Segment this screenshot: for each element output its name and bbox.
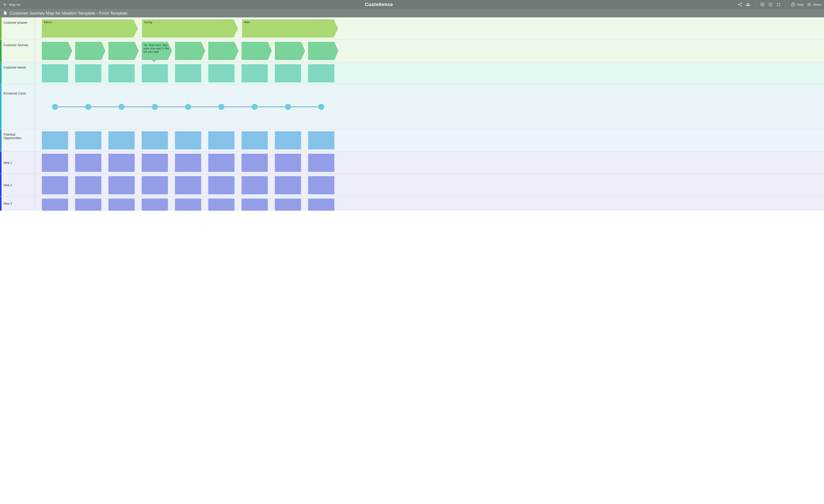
journey-step-card[interactable] (308, 42, 338, 60)
emotion-point[interactable] (318, 104, 324, 110)
idea-card[interactable] (75, 154, 101, 172)
idea-card[interactable] (75, 199, 101, 211)
customer-need-card[interactable] (241, 64, 268, 83)
opportunity-card[interactable] (42, 131, 68, 149)
journey-step-card[interactable] (241, 42, 272, 60)
journey-step-card[interactable]: Tip: Start here, then work your way to t… (142, 42, 172, 60)
lane-customer-phases: Customer phases BeforeDuringAfter (0, 17, 824, 40)
lane-label[interactable]: Potential Opportunities (2, 129, 35, 151)
idea-card[interactable] (42, 154, 68, 172)
idea-card[interactable] (308, 154, 334, 172)
idea-card[interactable] (208, 176, 234, 194)
lane-label[interactable]: Customer Journey (2, 40, 35, 62)
curve-segment (255, 107, 288, 107)
emotion-point[interactable] (118, 104, 124, 110)
idea-card[interactable] (108, 154, 135, 172)
phase-card[interactable]: During (142, 19, 238, 37)
map-list-label: Map list (9, 3, 20, 7)
journey-map-canvas[interactable]: Customer phases BeforeDuringAfter Custom… (0, 17, 824, 504)
lane-idea-3: Idea 3 (0, 197, 824, 211)
idea-card[interactable] (108, 176, 135, 194)
journey-step-card[interactable] (42, 42, 72, 60)
journey-step-text: Tip: Start here, then work your way to t… (143, 43, 170, 54)
idea-card[interactable] (142, 176, 168, 194)
idea-card[interactable] (42, 199, 68, 211)
journey-step-card[interactable] (208, 42, 238, 60)
customer-need-card[interactable] (208, 64, 234, 83)
idea-card[interactable] (175, 154, 201, 172)
collaborators-icon[interactable] (746, 2, 751, 7)
svg-point-3 (793, 5, 793, 6)
customer-need-card[interactable] (108, 64, 135, 83)
journey-step-card[interactable] (275, 42, 305, 60)
customer-need-card[interactable] (75, 64, 101, 83)
journey-step-card[interactable] (175, 42, 205, 60)
idea-card[interactable] (241, 154, 268, 172)
back-to-map-list[interactable]: Map list (3, 2, 20, 7)
zoom-in-icon[interactable] (760, 2, 765, 7)
idea-card[interactable] (42, 176, 68, 194)
phase-card[interactable]: After (242, 19, 338, 37)
lane-idea-1: Idea 1 (0, 152, 824, 174)
journey-step-card[interactable] (108, 42, 139, 60)
emotion-point[interactable] (185, 104, 191, 110)
opportunity-card[interactable] (142, 131, 168, 149)
journey-step-card[interactable] (75, 42, 105, 60)
fullscreen-icon[interactable] (776, 2, 781, 7)
lane-customer-journey: Customer Journey Tip: Start here, then w… (0, 40, 824, 62)
idea-card[interactable] (175, 176, 201, 194)
opportunity-card[interactable] (108, 131, 135, 149)
idea-card[interactable] (308, 176, 334, 194)
document-title-bar: Customer Journey Map for Ideation Templa… (0, 9, 824, 17)
lane-label[interactable]: Customer phases (2, 17, 35, 39)
emotion-point[interactable] (52, 104, 58, 110)
opportunity-card[interactable] (275, 131, 301, 149)
lane-label[interactable]: Idea 2 (2, 174, 35, 196)
idea-card[interactable] (75, 176, 101, 194)
idea-card[interactable] (208, 199, 234, 211)
idea-card[interactable] (275, 199, 301, 211)
lane-label[interactable]: Emotional Curve (2, 85, 35, 129)
phase-card[interactable]: Before (42, 19, 138, 37)
emotion-point[interactable] (285, 104, 291, 110)
lane-label[interactable]: Idea 1 (2, 152, 35, 174)
idea-card[interactable] (241, 199, 268, 211)
help-button[interactable]: Help (791, 2, 804, 7)
customer-need-card[interactable] (42, 64, 68, 83)
zoom-out-icon[interactable] (768, 2, 773, 7)
emotion-point[interactable] (152, 104, 158, 110)
opportunity-card[interactable] (175, 131, 201, 149)
lane-label[interactable]: Idea 3 (2, 197, 35, 211)
menu-button[interactable]: Menu (807, 2, 821, 7)
customer-need-card[interactable] (308, 64, 334, 83)
emotion-point[interactable] (85, 104, 91, 110)
opportunity-card[interactable] (75, 131, 101, 149)
help-label: Help (797, 3, 804, 7)
idea-card[interactable] (108, 199, 135, 211)
opportunity-card[interactable] (208, 131, 234, 149)
document-title[interactable]: Customer Journey Map for Ideation Templa… (10, 11, 128, 16)
idea-card[interactable] (275, 154, 301, 172)
opportunity-card[interactable] (308, 131, 334, 149)
customer-need-card[interactable] (142, 64, 168, 83)
menu-label: Menu (813, 3, 821, 7)
customer-need-card[interactable] (175, 64, 201, 83)
arrow-left-icon (3, 2, 8, 7)
curve-segment (155, 107, 188, 107)
idea-card[interactable] (275, 176, 301, 194)
idea-card[interactable] (142, 199, 168, 211)
customer-need-card[interactable] (275, 64, 301, 83)
idea-card[interactable] (142, 154, 168, 172)
document-icon (3, 11, 7, 16)
idea-card[interactable] (208, 154, 234, 172)
emotion-point[interactable] (218, 104, 224, 110)
idea-card[interactable] (308, 199, 334, 211)
share-icon[interactable] (737, 2, 742, 7)
hamburger-icon (807, 2, 812, 7)
idea-card[interactable] (241, 176, 268, 194)
emotion-point[interactable] (251, 104, 258, 110)
lane-label[interactable]: Customer Needs (2, 62, 35, 85)
lane-idea-2: Idea 2 (0, 174, 824, 197)
opportunity-card[interactable] (241, 131, 268, 149)
idea-card[interactable] (175, 199, 201, 211)
